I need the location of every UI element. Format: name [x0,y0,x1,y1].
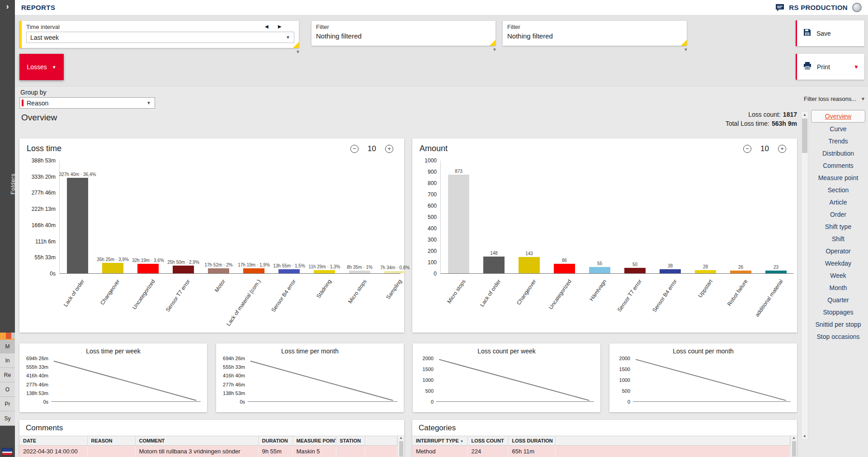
bar-st-dning[interactable] [314,270,335,273]
x-axis-label: Uppstart [697,278,713,299]
table-scrollbar[interactable]: ▲ [790,435,797,457]
scroll-down-icon[interactable]: ▼ [802,433,808,439]
nav-item-comments[interactable]: Comments [811,160,865,171]
nav-item-trends[interactable]: Trends [811,135,865,147]
y-axis-tick: 900 [428,169,437,175]
nav-item-shift[interactable]: Shift [811,233,865,245]
time-step-forward-icon[interactable]: ► [277,23,283,30]
group-by-value: Reason [27,100,48,107]
bar-changeover[interactable] [102,263,123,273]
bar-value-label: 148 [490,251,498,256]
column-header-loss-count[interactable]: LOSS COUNT [467,436,508,446]
nav-item-weekday[interactable]: Weekday [811,257,865,269]
nav-item-order[interactable]: Order [811,209,865,220]
scroll-up-icon[interactable]: ▲ [802,111,808,118]
zoom-in-button[interactable]: + [778,145,786,153]
rail-tab-pr[interactable]: Pr [0,397,15,411]
y-axis-tick: 400 [428,225,437,232]
bar-sensor-t7-error[interactable] [624,268,646,274]
column-header-comment[interactable]: COMMENT [135,436,258,446]
bar-sensor-b4-error[interactable] [278,269,300,273]
filter-card-1[interactable]: Filter Nothing filtered ▼ [311,21,495,46]
column-header-interrupt-type[interactable]: INTERRUPT TYPE▼ [412,436,467,446]
filter-loss-reasons-dropdown[interactable]: Filter loss reasons... ▼ [804,95,865,102]
rail-tab-sy[interactable]: Sy [0,411,15,426]
mini-chart-title: Loss count per week [413,348,600,355]
expand-caret-icon[interactable]: ▼ [296,49,300,54]
nav-item-stop-occasions[interactable]: Stop occasions [811,331,865,343]
bar-lack-of-material-com[interactable] [243,268,264,273]
bar-sensor-b4-error[interactable] [660,269,681,274]
expand-caret-icon[interactable]: ▼ [492,47,497,52]
rail-tab-o[interactable]: O [0,382,15,397]
language-flag-icon[interactable] [2,448,13,456]
scrollbar-thumb[interactable] [802,119,807,153]
rail-tab-in[interactable]: In [0,353,15,368]
nav-item-month[interactable]: Month [811,282,865,294]
bar-sensor-t7-error[interactable] [173,266,194,273]
table-row[interactable]: Method22465h 11m [412,446,790,457]
time-step-back-icon[interactable]: ◄ [264,23,269,30]
column-header-date[interactable]: DATE [19,436,87,446]
nav-item-overview[interactable]: Overview [811,110,865,123]
print-button[interactable]: Print ▼ [796,54,864,80]
y-axis-tick: 388h 53m [32,157,56,164]
bar-uncategorized[interactable] [137,264,159,273]
y-axis-tick: 277h 46m [26,382,48,387]
bar-motor[interactable] [208,268,229,273]
zoom-in-button[interactable]: + [385,145,393,153]
print-dropdown-icon[interactable]: ▼ [854,64,859,70]
column-header-reason[interactable]: REASON [87,436,135,446]
table-cell: 224 [467,446,508,457]
nav-item-measure-point[interactable]: Measure point [811,172,865,184]
loss-time-per-week-chart: Loss time per week 694h 26m555h 33m416h … [19,343,207,412]
bar-micro-stops[interactable] [448,175,469,273]
bar-micro-stops[interactable] [349,271,370,273]
bar-lack-of-order[interactable] [483,257,505,273]
bar-value-label: 28 [703,264,708,269]
group-by-select[interactable]: Reason ▼ [19,97,155,109]
rail-tab-re[interactable]: Re [0,368,15,382]
x-axis-label: Uncategorized [547,278,573,310]
zoom-out-button[interactable]: − [743,145,751,153]
zoom-out-button[interactable]: − [350,145,359,153]
bar-changeover[interactable] [519,257,540,273]
chat-icon[interactable] [775,4,784,12]
nav-item-operator[interactable]: Operator [811,245,865,257]
filter-card-2[interactable]: Filter Nothing filtered ▼ [503,21,687,46]
nav-item-snittid-per-stopp[interactable]: Snittid per stopp [811,319,865,330]
bar-robot-failure[interactable] [730,271,751,274]
bar-additional-material[interactable] [765,271,787,273]
nav-item-quarter[interactable]: Quarter [811,294,865,306]
losses-dropdown-button[interactable]: Losses ▼ [19,54,64,80]
table-scrollbar[interactable]: ▲ [397,435,404,457]
expand-caret-icon[interactable]: ▼ [684,47,688,52]
column-header-station[interactable]: STATION [336,436,365,446]
nav-item-article[interactable]: Article [811,196,865,208]
column-header-loss-duration[interactable]: LOSS DURATION [508,436,555,446]
bar-sampling[interactable] [384,271,406,273]
x-axis-label: Micro stops [347,278,368,305]
save-button[interactable]: Save [796,20,864,46]
y-axis-tick: 222h 13m [32,206,56,212]
y-axis-tick: 1000 [619,377,630,383]
nav-item-stoppages[interactable]: Stoppages [811,306,865,318]
rail-tab-m[interactable]: M [0,339,15,353]
nav-item-shift-type[interactable]: Shift type [811,221,865,233]
column-header-duration[interactable]: DURATION [258,436,292,446]
bar-lack-of-order[interactable] [67,178,88,273]
nav-item-curve[interactable]: Curve [811,123,865,135]
bar-uppstart[interactable] [695,270,716,273]
nav-item-section[interactable]: Section [811,184,865,196]
filter-funnel-icon[interactable]: ▼ [460,439,464,443]
table-row[interactable]: 2022-04-30 14:00:00Motorn till rullbana … [19,446,397,457]
bar-uncategorized[interactable] [554,264,575,274]
column-header-measure-point[interactable]: MEASURE POINT [292,436,336,446]
bar-value-label: 327h 40m · 36,4% [59,172,96,177]
nav-item-distribution[interactable]: Distribution [811,148,865,159]
nav-item-week[interactable]: Week [811,270,865,281]
main-vertical-scrollbar[interactable]: ▲ ▼ [801,111,808,440]
time-interval-select[interactable]: Last week ▼ [26,32,294,43]
expand-folders-icon[interactable]: › [0,0,15,11]
bar-h-mtvagn[interactable] [589,267,610,273]
